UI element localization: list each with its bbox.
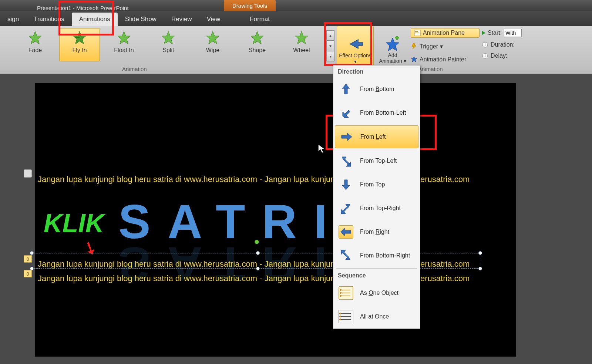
resize-handle[interactable] bbox=[256, 251, 260, 255]
direction-from-bottom[interactable]: From Bottom bbox=[333, 77, 420, 101]
animation-gallery: Fade Fly In Float In Split Wipe Shape Wh… bbox=[0, 26, 334, 74]
tab-animations[interactable]: Animations bbox=[72, 13, 118, 26]
marquee-text-1[interactable]: Jangan lupa kunjungi blog heru satria di… bbox=[38, 175, 348, 184]
direction-from-bottom-left[interactable]: From Bottom-Left bbox=[333, 101, 420, 125]
direction-from-left[interactable]: From Left bbox=[335, 125, 418, 148]
direction-label: From Left bbox=[360, 134, 386, 140]
delay-label: Delay: bbox=[491, 53, 507, 59]
tab-format[interactable]: Format bbox=[242, 13, 277, 26]
sequence-icon bbox=[339, 286, 353, 300]
arrow-up-icon bbox=[340, 83, 352, 95]
svg-marker-2 bbox=[118, 31, 130, 44]
sequence-icon bbox=[339, 310, 353, 323]
contextual-tab-drawing-tools: Drawing Tools bbox=[224, 0, 276, 11]
arrow-downright-icon bbox=[340, 155, 352, 167]
start-label: Start: bbox=[488, 30, 502, 36]
resize-handle[interactable] bbox=[478, 267, 482, 270]
trigger-label: Trigger ▾ bbox=[420, 43, 443, 50]
direction-from-top[interactable]: From Top bbox=[333, 173, 420, 196]
tab-design[interactable]: sign bbox=[0, 13, 26, 26]
gallery-item-fade[interactable]: Fade bbox=[15, 28, 56, 61]
tab-slideshow[interactable]: Slide Show bbox=[118, 13, 164, 26]
gallery-scroll-up[interactable]: ▲ bbox=[326, 30, 334, 41]
star-brush-icon bbox=[411, 56, 417, 63]
svg-marker-23 bbox=[341, 204, 350, 214]
svg-marker-22 bbox=[342, 180, 350, 190]
timing-start[interactable]: Start: bbox=[482, 29, 554, 37]
animation-painter-button[interactable]: Animation Painter bbox=[411, 55, 480, 64]
marquee-text-3[interactable]: Jangan lupa kunjungi blog heru satria di… bbox=[38, 274, 348, 283]
tab-review[interactable]: Review bbox=[164, 13, 199, 26]
direction-from-top-left[interactable]: From Top-Left bbox=[333, 149, 420, 173]
svg-marker-21 bbox=[342, 157, 351, 166]
star-plus-icon bbox=[384, 36, 401, 53]
animation-pane-button[interactable]: Animation Pane bbox=[411, 28, 480, 38]
gallery-scroll: ▲ ▼ ▾ bbox=[326, 30, 334, 61]
trigger-button[interactable]: Trigger ▾ bbox=[411, 41, 480, 51]
direction-from-right[interactable]: From Right bbox=[333, 220, 420, 244]
gallery-expand[interactable]: ▾ bbox=[326, 51, 334, 61]
effect-options-label: Effect Options ▾ bbox=[337, 53, 373, 64]
resize-handle[interactable] bbox=[30, 251, 34, 255]
gallery-item-wheel[interactable]: Wheel bbox=[281, 28, 322, 61]
star-icon bbox=[295, 31, 309, 45]
star-icon bbox=[206, 31, 220, 45]
svg-rect-12 bbox=[415, 31, 418, 32]
sequence-all-at-once[interactable]: All at Once bbox=[333, 305, 420, 328]
gallery-item-flyin[interactable]: Fly In bbox=[59, 28, 100, 61]
start-input[interactable] bbox=[504, 29, 522, 37]
star-icon bbox=[117, 31, 131, 45]
resize-handle[interactable] bbox=[256, 267, 260, 270]
resize-handle[interactable] bbox=[478, 251, 482, 255]
direction-label: From Right bbox=[360, 229, 389, 235]
dropdown-header-direction: Direction bbox=[333, 65, 420, 77]
gallery-item-split[interactable]: Split bbox=[148, 28, 189, 61]
svg-marker-0 bbox=[29, 31, 41, 44]
arrow-left-icon bbox=[347, 36, 363, 52]
window-title: Presentation1 - Microsoft PowerPoint bbox=[0, 4, 129, 11]
tab-view[interactable]: View bbox=[199, 13, 228, 26]
animation-order-badge[interactable]: 0 bbox=[24, 270, 32, 277]
animation-tag-gray[interactable] bbox=[24, 169, 32, 178]
gallery-item-floatin[interactable]: Float In bbox=[104, 28, 144, 61]
direction-label: From Top bbox=[360, 181, 385, 188]
gallery-label: Shape bbox=[249, 47, 266, 54]
svg-marker-24 bbox=[340, 228, 351, 236]
star-icon bbox=[161, 31, 175, 45]
timing-delay[interactable]: Delay: bbox=[482, 53, 554, 59]
star-icon bbox=[250, 31, 264, 45]
direction-from-top-right[interactable]: From Top-Right bbox=[333, 196, 420, 220]
gallery-label: Wheel bbox=[293, 47, 310, 54]
direction-label: From Bottom bbox=[360, 86, 394, 92]
svg-marker-18 bbox=[342, 84, 350, 94]
clock-icon bbox=[482, 53, 488, 59]
animation-pane-label: Animation Pane bbox=[423, 30, 465, 36]
dropdown-separator bbox=[336, 268, 417, 269]
slide-canvas[interactable]: Jangan lupa kunjungi blog heru satria di… bbox=[35, 83, 516, 357]
sequence-as-one-object[interactable]: As One Object bbox=[333, 281, 420, 305]
arrow-right-icon bbox=[340, 131, 353, 143]
arrow-down-icon bbox=[340, 178, 352, 191]
gallery-item-wipe[interactable]: Wipe bbox=[192, 28, 233, 61]
gallery-item-shape[interactable]: Shape bbox=[237, 28, 278, 61]
effect-options-dropdown: Direction From Bottom From Bottom-Left F… bbox=[333, 65, 420, 329]
tab-transitions[interactable]: Transitions bbox=[26, 13, 72, 26]
lightning-icon bbox=[411, 43, 417, 50]
timing-group: Start: Duration: Delay: bbox=[480, 26, 554, 74]
dropdown-header-sequence: Sequence bbox=[333, 269, 420, 281]
svg-marker-7 bbox=[350, 40, 363, 48]
direction-from-bottom-right[interactable]: From Bottom-Right bbox=[333, 244, 420, 267]
marquee-text-3-tail: erusatria.com bbox=[420, 274, 470, 283]
duration-label: Duration: bbox=[491, 41, 515, 48]
svg-rect-13 bbox=[415, 33, 419, 33]
direction-label: From Top-Right bbox=[360, 205, 401, 212]
timing-duration[interactable]: Duration: bbox=[482, 41, 554, 48]
sequence-label: All at Once bbox=[360, 313, 389, 320]
clock-icon bbox=[482, 41, 488, 48]
annotation-klik: KLIK bbox=[44, 209, 104, 238]
arrow-upleft-icon bbox=[340, 249, 352, 262]
animation-order-badge[interactable]: 0 bbox=[24, 255, 32, 263]
rotate-handle[interactable] bbox=[255, 240, 259, 244]
gallery-scroll-down[interactable]: ▼ bbox=[326, 41, 334, 51]
contextual-tab-label: Drawing Tools bbox=[232, 3, 267, 9]
